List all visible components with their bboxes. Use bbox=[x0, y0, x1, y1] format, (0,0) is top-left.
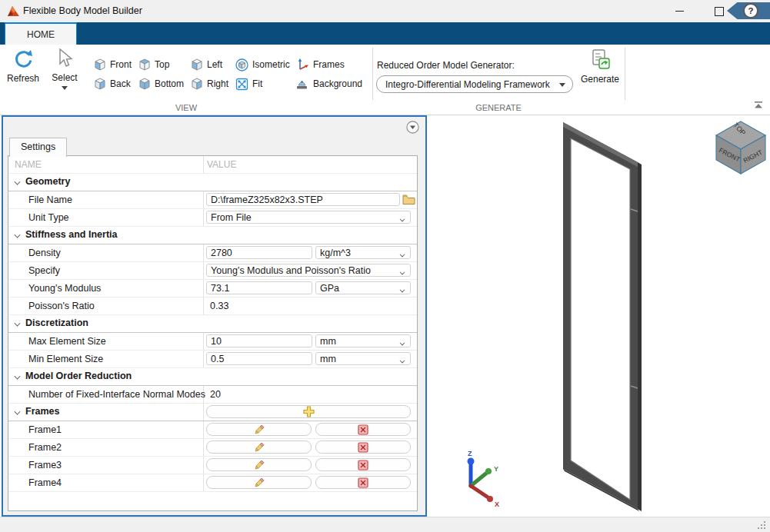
view-back-button[interactable]: Back bbox=[94, 76, 131, 91]
section-title: Model Order Reduction bbox=[25, 371, 132, 381]
select-button[interactable]: Select bbox=[45, 48, 85, 90]
row-label: Density bbox=[28, 248, 61, 258]
cube-top-icon bbox=[138, 58, 151, 71]
view-isometric-button[interactable]: Isometric bbox=[235, 57, 290, 72]
row-file-name: File Name D:\frameZ325x82x3.STEP bbox=[8, 191, 417, 209]
view-right-button[interactable]: Right bbox=[191, 76, 228, 91]
specify-dropdown[interactable]: Young's Modulus and Poisson's Ratio bbox=[206, 264, 411, 277]
frame-model[interactable] bbox=[563, 122, 638, 509]
delete-x-icon bbox=[358, 460, 368, 470]
edit-frame3-button[interactable] bbox=[206, 458, 312, 471]
frame-label: Frame1 bbox=[28, 424, 62, 435]
min-element-size-unit: mm bbox=[320, 354, 336, 364]
min-element-size-unit-dropdown[interactable]: mm bbox=[315, 352, 411, 365]
view-left-label: Left bbox=[207, 59, 222, 70]
view-top-label: Top bbox=[155, 59, 169, 70]
rom-generator-dropdown[interactable]: Integro-Differential Modeling Framework bbox=[376, 75, 573, 93]
delete-frame2-button[interactable] bbox=[315, 441, 411, 454]
edit-frame4-button[interactable] bbox=[206, 476, 312, 489]
min-element-size-value: 0.5 bbox=[211, 354, 224, 364]
generate-section-label: GENERATE bbox=[372, 103, 625, 112]
chevron-down-icon bbox=[399, 270, 405, 274]
row-frame4: Frame4 bbox=[8, 474, 417, 492]
generate-button[interactable]: Generate bbox=[578, 48, 622, 85]
chevron-down-icon bbox=[15, 179, 20, 185]
view-top-button[interactable]: Top bbox=[138, 57, 169, 72]
row-label: Poisson's Ratio bbox=[28, 301, 95, 311]
min-element-size-input[interactable]: 0.5 bbox=[206, 352, 312, 365]
chevron-down-icon bbox=[15, 232, 20, 238]
frames-axes-icon bbox=[295, 58, 309, 71]
background-icon bbox=[295, 78, 309, 90]
delete-frame4-button[interactable] bbox=[315, 476, 411, 489]
collapse-toolstrip-icon[interactable] bbox=[753, 101, 764, 109]
view-frames-button[interactable]: Frames bbox=[295, 57, 345, 72]
density-unit-dropdown[interactable]: kg/m^3 bbox=[315, 246, 411, 259]
density-input[interactable]: 2780 bbox=[206, 246, 312, 259]
ribbon-tab-bar: HOME bbox=[0, 22, 770, 45]
maximize-icon bbox=[715, 7, 724, 16]
section-title: Discretization bbox=[25, 318, 88, 328]
add-frame-button[interactable] bbox=[206, 405, 411, 418]
max-element-size-unit-dropdown[interactable]: mm bbox=[315, 334, 411, 347]
matlab-logo-icon bbox=[6, 5, 20, 18]
axes-triad-icon: Z Y X bbox=[468, 450, 500, 508]
youngs-modulus-value: 73.1 bbox=[211, 283, 229, 294]
section-stiffness-inertia[interactable]: Stiffness and Inertia bbox=[8, 227, 417, 244]
view-background-button[interactable]: Background bbox=[295, 76, 362, 91]
view-left-button[interactable]: Left bbox=[191, 57, 222, 72]
chevron-down-icon bbox=[15, 374, 20, 379]
row-label: Young's Modulus bbox=[28, 283, 101, 294]
row-density: Density 2780 kg/m^3 bbox=[8, 244, 417, 262]
row-min-element-size: Min Element Size 0.5 mm bbox=[8, 351, 417, 368]
row-max-element-size: Max Element Size 10 mm bbox=[8, 333, 417, 351]
view-fit-button[interactable]: Fit bbox=[235, 76, 262, 91]
plus-icon bbox=[303, 406, 315, 417]
section-model-order-reduction[interactable]: Model Order Reduction bbox=[8, 368, 417, 386]
unit-type-dropdown[interactable]: From File bbox=[206, 211, 411, 224]
tab-home[interactable]: HOME bbox=[5, 22, 77, 45]
view-front-button[interactable]: Front bbox=[94, 57, 132, 72]
frame-label: Frame3 bbox=[28, 460, 62, 470]
view-isometric-label: Isometric bbox=[252, 59, 290, 70]
view-cube[interactable]: TOP FRONT RIGHT bbox=[716, 121, 765, 174]
specify-value: Young's Modulus and Poisson's Ratio bbox=[211, 265, 371, 276]
youngs-modulus-unit-dropdown[interactable]: GPa bbox=[315, 281, 411, 294]
tab-settings[interactable]: Settings bbox=[9, 138, 67, 157]
section-geometry[interactable]: Geometry bbox=[8, 174, 417, 191]
panel-collapse-icon[interactable] bbox=[406, 121, 419, 134]
section-frames[interactable]: Frames bbox=[8, 404, 417, 421]
max-element-size-value: 10 bbox=[211, 336, 222, 347]
poissons-ratio-value[interactable]: 0.33 bbox=[210, 301, 228, 311]
axis-x-label: X bbox=[495, 500, 499, 508]
viewport-3d[interactable]: TOP FRONT RIGHT Z Y X bbox=[427, 115, 770, 517]
cube-back-icon bbox=[94, 78, 106, 90]
view-bottom-button[interactable]: Bottom bbox=[138, 76, 184, 91]
app-window: Flexible Body Model Builder HOME ? Refre… bbox=[0, 0, 770, 532]
delete-x-icon bbox=[358, 442, 368, 453]
axis-y-label: Y bbox=[494, 465, 498, 473]
column-header-name: NAME bbox=[15, 159, 42, 170]
section-discretization[interactable]: Discretization bbox=[8, 315, 417, 333]
num-modes-value[interactable]: 20 bbox=[210, 389, 221, 400]
file-name-input[interactable]: D:\frameZ325x82x3.STEP bbox=[206, 193, 400, 206]
row-label: Min Element Size bbox=[28, 354, 103, 364]
axis-z-label: Z bbox=[468, 450, 472, 457]
delete-x-icon bbox=[358, 424, 368, 435]
edit-frame2-button[interactable] bbox=[206, 441, 312, 454]
isometric-icon bbox=[235, 58, 248, 71]
minimize-button[interactable] bbox=[662, 0, 697, 22]
row-frame2: Frame2 bbox=[8, 439, 417, 457]
row-label: Unit Type bbox=[28, 212, 69, 223]
max-element-size-input[interactable]: 10 bbox=[206, 334, 312, 347]
edit-pencil-icon bbox=[254, 424, 265, 435]
browse-file-button[interactable] bbox=[402, 194, 415, 205]
youngs-modulus-input[interactable]: 73.1 bbox=[206, 281, 312, 294]
edit-frame1-button[interactable] bbox=[206, 423, 312, 436]
delete-frame1-button[interactable] bbox=[315, 423, 411, 436]
refresh-button[interactable]: Refresh bbox=[3, 48, 43, 84]
section-separator bbox=[625, 48, 625, 100]
delete-frame3-button[interactable] bbox=[315, 458, 411, 471]
question-icon[interactable]: ? bbox=[743, 3, 758, 18]
row-frame3: Frame3 bbox=[8, 457, 417, 474]
